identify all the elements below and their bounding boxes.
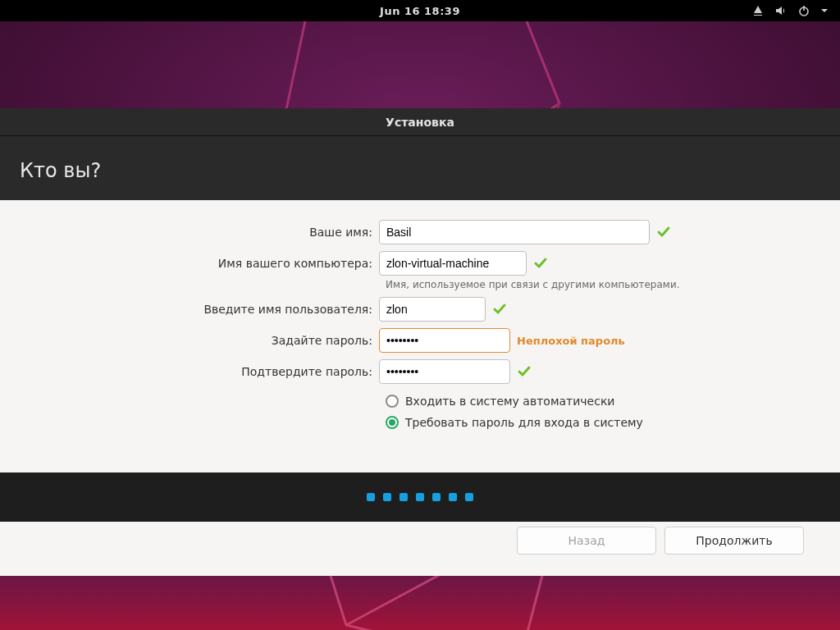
radio-require-password-label: Требовать пароль для входа в систему xyxy=(405,416,643,429)
label-host: Имя вашего компьютера: xyxy=(20,257,379,270)
radio-require-password[interactable]: Требовать пароль для входа в систему xyxy=(386,412,820,433)
login-options: Входить в систему автоматически Требоват… xyxy=(386,390,820,433)
dialog-footer: Назад Продолжить xyxy=(20,515,820,568)
checkmark-icon xyxy=(533,256,548,271)
progress-dots xyxy=(0,472,840,522)
system-tray[interactable] xyxy=(751,0,829,21)
progress-dot xyxy=(367,493,375,501)
back-button-label: Назад xyxy=(568,534,605,547)
window-titlebar: Установка xyxy=(0,108,840,136)
radio-indicator xyxy=(386,416,399,429)
back-button[interactable]: Назад xyxy=(517,527,656,555)
continue-button-label: Продолжить xyxy=(696,534,772,547)
installer-window: Установка Кто вы? Ваше имя: Имя вашего к… xyxy=(0,108,840,576)
wallpaper-bottom-strip xyxy=(0,576,840,630)
row-user: Введите имя пользователя: xyxy=(20,297,820,322)
row-name: Ваше имя: xyxy=(20,220,820,244)
label-password: Задайте пароль: xyxy=(20,334,379,347)
caret-down-icon[interactable] xyxy=(820,7,829,15)
row-password: Задайте пароль: Неплохой пароль xyxy=(20,328,820,353)
row-host: Имя вашего компьютера: xyxy=(20,251,820,276)
gnome-top-panel: Jun 16 18:39 xyxy=(0,0,840,21)
volume-icon[interactable] xyxy=(774,4,788,17)
row-confirm: Подтвердите пароль: xyxy=(20,359,820,384)
password-confirm-input[interactable] xyxy=(379,359,510,384)
hostname-hint: Имя, используемое при связи с другими ко… xyxy=(386,279,820,290)
label-confirm: Подтвердите пароль: xyxy=(20,365,379,378)
continue-button[interactable]: Продолжить xyxy=(664,527,804,555)
hostname-input[interactable] xyxy=(379,251,527,276)
progress-dot xyxy=(416,493,424,501)
radio-auto-login[interactable]: Входить в систему автоматически xyxy=(386,390,820,412)
progress-dot xyxy=(399,493,408,501)
window-title: Установка xyxy=(386,116,454,129)
username-input[interactable] xyxy=(379,297,486,322)
network-icon[interactable] xyxy=(751,4,765,17)
progress-dot xyxy=(432,493,441,501)
checkmark-icon xyxy=(656,225,671,240)
password-input[interactable] xyxy=(379,328,510,353)
checkmark-icon xyxy=(492,302,507,317)
password-strength-label: Неплохой пароль xyxy=(517,335,625,347)
progress-dot xyxy=(449,493,457,501)
full-name-input[interactable] xyxy=(379,220,650,244)
label-name: Ваше имя: xyxy=(20,226,379,239)
wallpaper-shape-bottom xyxy=(248,576,592,630)
progress-dot xyxy=(465,493,473,501)
checkmark-icon xyxy=(517,364,532,379)
progress-dot xyxy=(383,493,391,501)
power-icon[interactable] xyxy=(797,4,810,17)
radio-auto-login-label: Входить в систему автоматически xyxy=(405,395,614,408)
svg-rect-3 xyxy=(803,6,805,11)
panel-clock: Jun 16 18:39 xyxy=(380,5,460,17)
step-heading: Кто вы? xyxy=(0,136,840,200)
svg-line-4 xyxy=(346,576,559,625)
radio-indicator xyxy=(386,395,399,408)
label-user: Введите имя пользователя: xyxy=(20,303,379,316)
